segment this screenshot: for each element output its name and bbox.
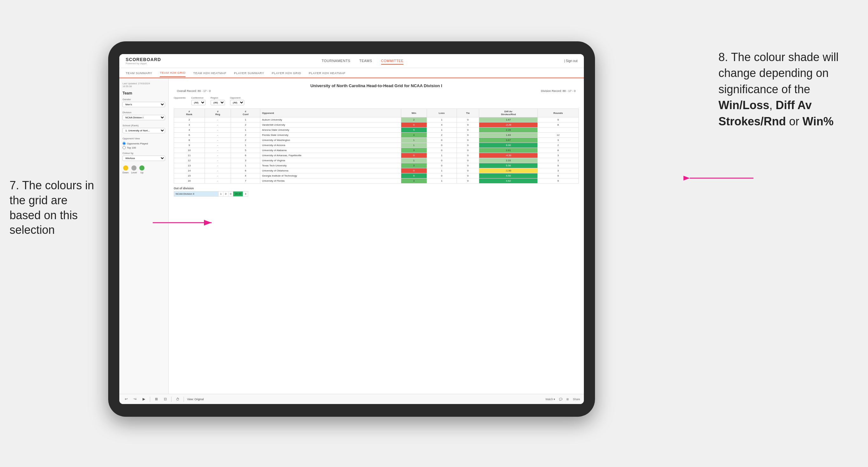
cell-opponent: University of Alabama (260, 148, 401, 153)
cell-win: 0 (401, 168, 427, 174)
cell-win: 4 (401, 133, 427, 138)
out-div-diff: 26.00 (233, 191, 243, 196)
cell-rank: 16 (174, 179, 205, 184)
gender-select[interactable]: Men's (123, 102, 165, 107)
radio-top100[interactable]: Top 100 (123, 146, 165, 149)
sub-nav-team-h2h-heatmap[interactable]: TEAM H2H HEATMAP (193, 69, 226, 77)
cell-loss: 1 (427, 168, 457, 174)
cell-reg: - (205, 168, 231, 174)
legend-level-label: Level (131, 171, 137, 174)
share-button[interactable]: Share (573, 398, 580, 401)
cell-diff: 2.28 (479, 128, 538, 133)
colour-by-select[interactable]: Win/loss (123, 156, 165, 161)
opponent-select[interactable]: (All) (230, 100, 244, 105)
sub-nav-team-h2h-grid[interactable]: TEAM H2H GRID (160, 69, 186, 77)
sub-nav-player-h2h-grid[interactable]: PLAYER H2H GRID (272, 69, 301, 77)
region-select[interactable]: (All) (211, 100, 225, 105)
out-div-win: 1 (219, 191, 223, 196)
cell-loss: 1 (427, 179, 457, 184)
cell-rounds: 9 (538, 174, 579, 179)
cell-loss: 0 (427, 138, 457, 143)
cell-loss: 2 (427, 133, 457, 138)
sub-nav-player-summary[interactable]: PLAYER SUMMARY (234, 69, 264, 77)
cell-win: 5 (401, 174, 427, 179)
ipad-device: SCOREBOARD Powered by clippd TOURNAMENTS… (108, 41, 595, 417)
region-label: Region (211, 96, 225, 99)
sub-nav-player-h2h-heatmap[interactable]: PLAYER H2H HEATMAP (309, 69, 345, 77)
col-reg: #Reg (205, 109, 231, 117)
cell-loss: 0 (427, 143, 457, 148)
cell-rounds: 3 (538, 138, 579, 143)
cell-win: 3 (401, 179, 427, 184)
cell-conf: 6 (231, 153, 260, 158)
undo-icon[interactable]: ↩ (123, 396, 129, 402)
cell-tie: 0 (457, 117, 479, 122)
cell-rank: 11 (174, 153, 205, 158)
col-tie: Tie (457, 109, 479, 117)
cell-win: 0 (401, 122, 427, 128)
cell-tie: 0 (457, 163, 479, 168)
cell-rank: 15 (174, 174, 205, 179)
clock-icon[interactable]: ⏱ (175, 396, 180, 402)
paste-icon[interactable]: ⊡ (162, 396, 168, 402)
table-header-row: #Rank #Reg #Conf Opponent Win Loss Tie D… (174, 109, 579, 117)
cell-rounds: 3 (538, 158, 579, 163)
cell-opponent: Vanderbilt University (260, 122, 401, 128)
cell-conf: 3 (231, 158, 260, 163)
cell-diff: 1.67 (479, 117, 538, 122)
cell-tie: 0 (457, 168, 479, 174)
conference-select[interactable]: (All) (191, 100, 206, 105)
cell-conf: 4 (231, 174, 260, 179)
cell-rounds (538, 128, 579, 133)
sub-nav-team-summary[interactable]: TEAM SUMMARY (126, 69, 152, 77)
cell-tie: 0 (457, 174, 479, 179)
annotation-left: 7. The colours in the grid are based on … (9, 178, 99, 238)
col-conf: #Conf (231, 109, 260, 117)
filter-row: Opponents: Conference (All) Region (All) (174, 96, 579, 105)
cell-reg: - (205, 148, 231, 153)
cell-opponent: Florida State University (260, 133, 401, 138)
cell-rounds: 8 (538, 122, 579, 128)
copy-icon[interactable]: ⊞ (153, 396, 159, 402)
grid-icon[interactable]: ⊞ (566, 398, 569, 401)
nav-links: TOURNAMENTS TEAMS COMMITTEE (322, 58, 403, 65)
cell-rank: 12 (174, 158, 205, 163)
cell-win: 1 (401, 158, 427, 163)
toolbar-right: Watch ▾ 💬 ⊞ Share (545, 398, 580, 401)
out-div-loss: 0 (223, 191, 228, 196)
cell-loss: 0 (427, 148, 457, 153)
table-row: 8 - 2 University of Washington 1 0 0 3.6… (174, 138, 579, 143)
cell-rounds: 8 (538, 148, 579, 153)
cell-rank: 13 (174, 163, 205, 168)
school-select[interactable]: 1. University of Nort... (123, 128, 165, 133)
sign-out[interactable]: | Sign out (564, 59, 578, 63)
table-row: 14 - 6 University of Oklahoma 0 1 0 -1.0… (174, 168, 579, 174)
cell-rank: 9 (174, 143, 205, 148)
logo-text: SCOREBOARD (126, 57, 161, 62)
overall-record: Overall Record: 89 - 17 - 0 (177, 89, 211, 93)
radio-opponents-played[interactable]: Opponents Played (123, 142, 165, 145)
table-row: 9 - 1 University of Arizona 1 0 0 9.00 2 (174, 143, 579, 148)
grid-title: University of North Carolina Head-to-Hea… (174, 83, 579, 88)
forward-icon[interactable]: ▶ (141, 396, 147, 402)
cell-win: 5 (401, 128, 427, 133)
cell-tie: 0 (457, 158, 479, 163)
nav-tournaments[interactable]: TOURNAMENTS (322, 58, 350, 65)
cell-rounds: 9 (538, 179, 579, 184)
redo-icon[interactable]: ↪ (132, 396, 138, 402)
school-label: School (Rank) (123, 124, 165, 127)
colour-legend: Down Level Up (123, 165, 165, 174)
cell-win: 1 (401, 138, 427, 143)
nav-teams[interactable]: TEAMS (359, 58, 372, 65)
cell-rounds: 2 (538, 143, 579, 148)
division-select[interactable]: NCAA Division I (123, 115, 165, 120)
cell-diff: 2.61 (479, 148, 538, 153)
annotation-comma: , (769, 99, 776, 112)
comment-icon[interactable]: 💬 (559, 398, 562, 401)
cell-conf: 7 (231, 179, 260, 184)
legend-up-label: Up (140, 171, 144, 174)
cell-reg: - (205, 143, 231, 148)
data-table: #Rank #Reg #Conf Opponent Win Loss Tie D… (174, 108, 579, 184)
nav-committee[interactable]: COMMITTEE (381, 58, 404, 65)
watch-button[interactable]: Watch ▾ (545, 398, 555, 401)
